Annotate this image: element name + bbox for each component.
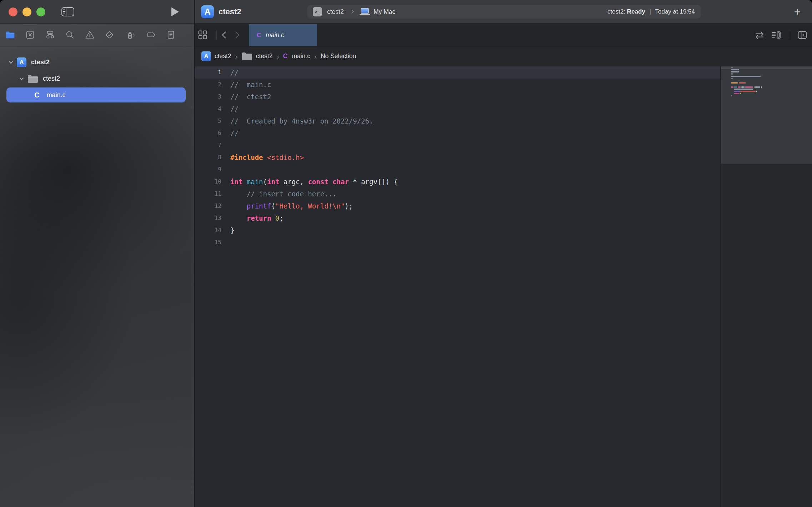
jump-bar: Actest2›ctest2›Cmain.c›No Selection (195, 46, 812, 66)
line-number: 14 (195, 224, 224, 236)
line-number: 15 (195, 236, 224, 249)
token-keyword: int (230, 178, 242, 186)
code-line-6[interactable]: // (230, 127, 398, 139)
code-line-2[interactable]: // main.c (230, 79, 398, 91)
debug-navigator-button[interactable] (123, 24, 138, 46)
code-line-10[interactable]: int main(int argc, const char * argv[]) … (230, 176, 398, 188)
run-button[interactable] (170, 7, 180, 17)
line-number: 2 (195, 79, 224, 91)
back-button[interactable] (216, 24, 231, 46)
item-label: ctest2 (31, 59, 50, 66)
related-items-button[interactable] (195, 24, 210, 46)
minimap-bar (734, 89, 753, 90)
jumpbar-label: main.c (292, 52, 310, 60)
token-plain (242, 178, 246, 186)
svg-text:A: A (19, 59, 24, 66)
chevron-separator-icon: › (276, 52, 279, 61)
issue-navigator-button[interactable] (82, 24, 97, 46)
editor-options-button[interactable] (768, 24, 783, 46)
token-comment: // Created by 4nsw3r on 2022/9/26. (230, 117, 373, 125)
play-icon (171, 7, 180, 17)
token-plain: } (230, 226, 234, 234)
c-file-icon: C (257, 32, 261, 39)
line-number: 7 (195, 139, 224, 151)
forward-button[interactable] (230, 24, 245, 46)
chevron-separator-icon: › (314, 52, 317, 61)
minimap-bar (731, 78, 733, 79)
code-line-11[interactable]: // insert code here... (230, 188, 398, 200)
find-navigator-button[interactable] (62, 24, 77, 46)
token-plain: ( (263, 178, 267, 186)
svg-text:A: A (205, 7, 211, 16)
item-label: main.c (46, 91, 65, 99)
symbol-navigator-button[interactable] (42, 24, 57, 46)
report-navigator-button[interactable] (163, 24, 178, 46)
token-plain (263, 154, 267, 161)
project-app-icon: A (201, 5, 214, 18)
breakpoint-navigator-button[interactable] (144, 24, 159, 46)
jumpbar-item-ctest2[interactable]: Actest2 (201, 51, 231, 61)
library-add-button[interactable]: + (791, 5, 804, 18)
minimap-bar (734, 93, 740, 94)
line-number-gutter: 123456789101112131415 (195, 66, 224, 249)
jumpbar-item-main-c[interactable]: Cmain.c (283, 52, 310, 60)
code-line-15[interactable] (230, 236, 398, 249)
scheme-selector[interactable]: ctest2 (327, 5, 344, 19)
zoom-button[interactable] (36, 7, 45, 16)
code-line-7[interactable] (230, 139, 398, 151)
project-navigator-tree: Actest2ctest2Cmain.c (0, 54, 194, 103)
add-editor-button[interactable] (795, 24, 810, 46)
minimap[interactable] (720, 66, 812, 164)
token-string: "Hello, World!\n" (275, 202, 345, 210)
minimap-bar (734, 91, 740, 92)
toggle-navigator-button[interactable] (60, 6, 76, 17)
disclosure-chevron-icon[interactable] (19, 76, 24, 81)
navigator-item-ctest2[interactable]: Actest2 (0, 54, 194, 70)
jumpbar-item-no-selection[interactable]: No Selection (321, 52, 356, 60)
line-number: 13 (195, 212, 224, 224)
jumpbar-label: No Selection (321, 52, 356, 60)
xcode-project-icon: A (201, 51, 211, 61)
my-mac-icon (359, 8, 370, 16)
token-call: printf (247, 202, 271, 210)
source-editor[interactable]: 123456789101112131415 //// main.c// ctes… (195, 66, 812, 507)
project-navigator-button[interactable] (3, 24, 18, 46)
line-number: 6 (195, 127, 224, 139)
code-line-13[interactable]: return 0; (230, 212, 398, 224)
token-comment: // insert code here... (230, 190, 336, 198)
code-line-5[interactable]: // Created by 4nsw3r on 2022/9/26. (230, 115, 398, 127)
scheme-terminal-icon[interactable]: >_ (313, 7, 322, 16)
code-line-1[interactable]: // (230, 66, 398, 79)
code-line-8[interactable]: #include <stdio.h> (230, 151, 398, 164)
tab-main-c[interactable]: C main.c (249, 24, 317, 46)
jumpbar-item-ctest2[interactable]: ctest2 (242, 52, 273, 60)
minimap-bar (731, 86, 733, 88)
c-file-icon: C (34, 91, 39, 99)
xcode-window: A ctest2 >_ ctest2 › My Mac ctest2: Read… (0, 0, 812, 507)
disclosure-chevron-icon[interactable] (9, 60, 13, 65)
code-line-12[interactable]: printf("Hello, World!\n"); (230, 200, 398, 212)
separator (789, 30, 789, 40)
code-line-4[interactable]: // (230, 103, 398, 115)
code-line-14[interactable]: } (230, 224, 398, 236)
token-plain (230, 202, 247, 210)
line-number: 1 (195, 66, 224, 79)
folder-icon (242, 52, 252, 60)
xcode-project-icon: A (17, 57, 26, 67)
source-control-navigator-button[interactable] (22, 24, 37, 46)
close-button[interactable] (9, 7, 17, 16)
token-comment: // (230, 129, 239, 137)
minimap-empty-area (720, 164, 812, 507)
code-review-button[interactable] (752, 24, 767, 46)
test-navigator-button[interactable] (102, 24, 117, 46)
minimap-bar (738, 86, 741, 88)
navigator-item-main-c[interactable]: Cmain.c (0, 87, 194, 103)
code-line-3[interactable]: // ctest2 (230, 91, 398, 103)
run-destination-selector[interactable]: My Mac (374, 5, 395, 19)
code-line-9[interactable] (230, 164, 398, 176)
navigator-item-ctest2[interactable]: ctest2 (0, 70, 194, 87)
minimap-bar (755, 86, 760, 88)
line-number: 8 (195, 151, 224, 164)
activity-status: ctest2: Ready | Today at 19:54 (607, 5, 695, 19)
minimize-button[interactable] (22, 7, 31, 16)
